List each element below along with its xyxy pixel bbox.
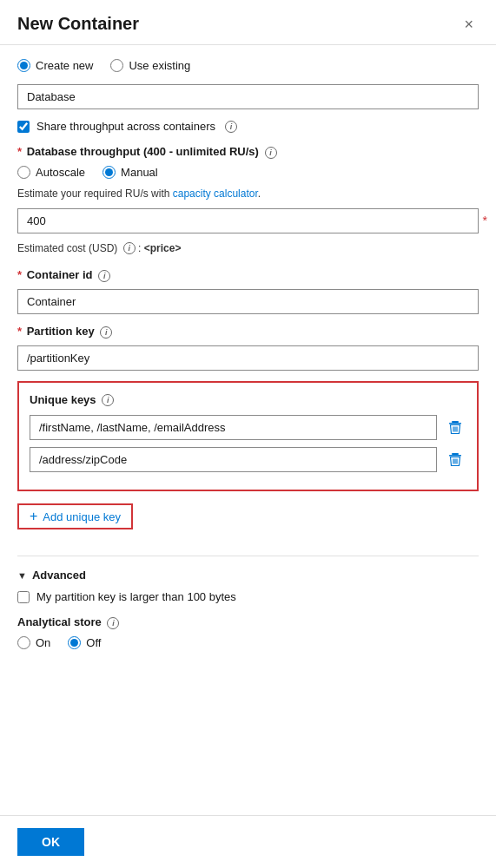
svg-rect-0 bbox=[452, 421, 459, 423]
divider-1 bbox=[17, 556, 479, 556]
throughput-info-icon[interactable]: i bbox=[265, 147, 277, 159]
autoscale-radio[interactable] bbox=[17, 166, 30, 179]
unique-key-row-2 bbox=[30, 447, 466, 472]
ok-button[interactable]: OK bbox=[17, 828, 84, 856]
advanced-toggle[interactable]: ▼ Advanced bbox=[17, 569, 479, 582]
analytical-off-radio[interactable] bbox=[68, 636, 81, 649]
throughput-input-wrapper: * bbox=[17, 208, 479, 233]
share-throughput-label: Share throughput across containers bbox=[36, 120, 215, 133]
unique-keys-section: Unique keys i bbox=[17, 381, 479, 492]
create-new-label: Create new bbox=[36, 59, 93, 72]
chevron-down-icon: ▼ bbox=[17, 570, 27, 581]
add-unique-key-button[interactable]: + Add unique key bbox=[17, 503, 133, 529]
partition-key-size-checkbox[interactable] bbox=[17, 591, 30, 603]
estimated-cost-row: Estimated cost (USD) i : <price> bbox=[17, 242, 479, 255]
container-id-info-icon[interactable]: i bbox=[98, 270, 110, 282]
database-input[interactable] bbox=[17, 84, 479, 109]
analytical-store-section: Analytical store i On Off bbox=[17, 615, 479, 649]
analytical-store-info-icon[interactable]: i bbox=[107, 617, 119, 629]
use-existing-option[interactable]: Use existing bbox=[110, 59, 190, 72]
container-id-input[interactable] bbox=[17, 289, 479, 314]
partition-key-label: * Partition key i bbox=[17, 325, 479, 339]
required-star-partition: * bbox=[17, 325, 22, 338]
estimated-cost-info-icon[interactable]: i bbox=[123, 242, 136, 254]
plus-icon: + bbox=[30, 510, 37, 523]
unique-key-input-2[interactable] bbox=[30, 447, 437, 472]
share-throughput-row: Share throughput across containers i bbox=[17, 120, 479, 133]
new-container-dialog: New Container × Create new Use existing … bbox=[0, 0, 496, 868]
close-button[interactable]: × bbox=[459, 15, 479, 34]
dialog-body: Create new Use existing Share throughput… bbox=[0, 45, 496, 815]
estimate-text: Estimate your required RU/s with capacit… bbox=[17, 187, 479, 200]
unique-keys-info-icon[interactable]: i bbox=[102, 394, 114, 406]
partition-key-size-label: My partition key is larger than 100 byte… bbox=[36, 590, 236, 603]
manual-label: Manual bbox=[121, 166, 158, 179]
unique-keys-label: Unique keys i bbox=[30, 393, 466, 407]
dialog-footer: OK bbox=[0, 815, 496, 868]
share-throughput-checkbox[interactable] bbox=[17, 121, 30, 133]
use-existing-radio[interactable] bbox=[110, 59, 123, 72]
analytical-store-on-off: On Off bbox=[17, 636, 479, 649]
container-id-label: * Container id i bbox=[17, 268, 479, 282]
required-star-container: * bbox=[17, 268, 22, 281]
required-star-throughput: * bbox=[17, 145, 22, 158]
throughput-mode-row: Autoscale Manual bbox=[17, 166, 479, 179]
unique-key-input-1[interactable] bbox=[30, 415, 437, 440]
delete-unique-key-2-button[interactable] bbox=[444, 449, 466, 471]
autoscale-option[interactable]: Autoscale bbox=[17, 166, 85, 179]
manual-radio[interactable] bbox=[103, 166, 116, 179]
svg-rect-5 bbox=[452, 453, 459, 455]
unique-key-row-1 bbox=[30, 415, 466, 440]
partition-key-info-icon[interactable]: i bbox=[100, 326, 112, 339]
advanced-label: Advanced bbox=[32, 569, 86, 582]
analytical-off-option[interactable]: Off bbox=[68, 636, 101, 649]
advanced-section: ▼ Advanced My partition key is larger th… bbox=[17, 569, 479, 603]
trash-icon-2 bbox=[447, 452, 463, 468]
analytical-off-label: Off bbox=[86, 636, 101, 649]
analytical-on-radio[interactable] bbox=[17, 636, 30, 649]
analytical-on-option[interactable]: On bbox=[17, 636, 50, 649]
estimated-cost-value: <price> bbox=[144, 242, 182, 254]
dialog-title: New Container bbox=[17, 14, 139, 34]
partition-key-size-row: My partition key is larger than 100 byte… bbox=[17, 590, 479, 603]
manual-option[interactable]: Manual bbox=[103, 166, 158, 179]
analytical-store-label: Analytical store i bbox=[17, 615, 479, 629]
svg-rect-1 bbox=[449, 423, 461, 424]
dialog-header: New Container × bbox=[0, 0, 496, 45]
autoscale-label: Autoscale bbox=[36, 166, 85, 179]
analytical-on-label: On bbox=[36, 636, 50, 649]
create-new-radio[interactable] bbox=[17, 59, 30, 72]
partition-key-input[interactable] bbox=[17, 345, 479, 371]
database-throughput-label: * Database throughput (400 - unlimited R… bbox=[17, 145, 479, 159]
share-throughput-info-icon[interactable]: i bbox=[225, 121, 237, 133]
capacity-calculator-link[interactable]: capacity calculator bbox=[173, 187, 258, 200]
create-new-option[interactable]: Create new bbox=[17, 59, 93, 72]
use-existing-label: Use existing bbox=[129, 59, 190, 72]
trash-icon-1 bbox=[447, 420, 463, 436]
add-unique-key-label: Add unique key bbox=[43, 510, 121, 523]
delete-unique-key-1-button[interactable] bbox=[444, 417, 466, 439]
throughput-required-star: * bbox=[483, 214, 487, 227]
create-or-use-row: Create new Use existing bbox=[17, 59, 479, 72]
throughput-input[interactable] bbox=[17, 208, 479, 233]
svg-rect-6 bbox=[449, 455, 461, 457]
